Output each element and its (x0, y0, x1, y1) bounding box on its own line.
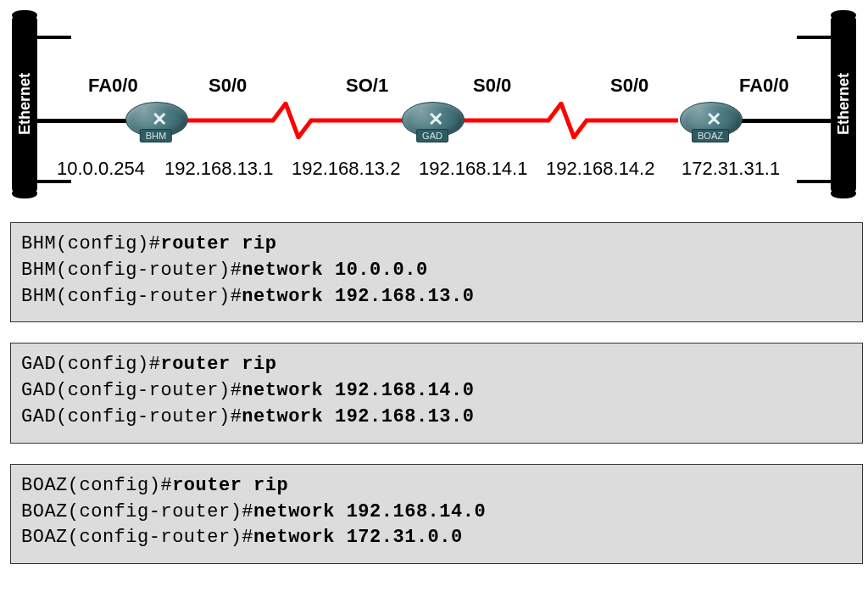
cli-command: network 10.0.0.0 (242, 260, 427, 281)
cli-command: router rip (160, 354, 276, 375)
ip-label: 192.168.13.1 (164, 158, 273, 180)
serial-link-gad-boaz (459, 102, 678, 139)
cli-command: network 192.168.14.0 (242, 380, 474, 401)
config-box-boaz: BOAZ(config)#router rip BOAZ(config-rout… (10, 464, 863, 564)
cli-line: BHM(config)#router rip (21, 232, 852, 258)
cli-line: GAD(config-router)#network 192.168.14.0 (21, 378, 852, 405)
cli-prompt: BHM(config-router)# (21, 286, 242, 307)
cli-prompt: GAD(config)# (21, 354, 160, 375)
stub-line (37, 36, 71, 39)
iface-label: SO/1 (346, 75, 388, 97)
cli-command: router rip (160, 233, 276, 254)
ethernet-label-left: Ethernet (16, 66, 34, 142)
ip-label: 192.168.14.2 (546, 158, 654, 180)
router-boaz: ✕ BOAZ (680, 102, 741, 141)
iface-label: S0/0 (473, 75, 511, 97)
ip-label: 10.0.0.254 (57, 158, 145, 180)
router-bhm: ✕ BHM (125, 102, 186, 141)
cli-line: BHM(config-router)#network 10.0.0.0 (21, 258, 852, 284)
cli-prompt: BOAZ(config-router)# (21, 501, 253, 522)
cli-line: GAD(config-router)#network 192.168.13.0 (21, 405, 852, 431)
cli-prompt: GAD(config-router)# (21, 380, 242, 401)
router-gad: ✕ GAD (402, 102, 463, 141)
config-box-gad: GAD(config)#router rip GAD(config-router… (10, 343, 863, 443)
config-box-bhm: BHM(config)#router rip BHM(config-router… (10, 222, 863, 322)
cli-prompt: GAD(config-router)# (21, 406, 242, 427)
iface-label: S0/0 (209, 75, 247, 97)
stub-line (797, 36, 831, 39)
ethernet-link-right (739, 119, 831, 123)
router-label: BHM (140, 129, 172, 142)
cli-prompt: BHM(config)# (21, 233, 160, 254)
cli-prompt: BHM(config-router)# (21, 260, 242, 281)
router-label: BOAZ (692, 129, 729, 142)
iface-label: FA0/0 (88, 75, 138, 97)
ip-label: 192.168.13.2 (292, 158, 400, 180)
cli-command: network 192.168.13.0 (242, 406, 474, 427)
cli-command: network 172.31.0.0 (253, 527, 463, 548)
cli-line: BOAZ(config-router)#network 192.168.14.0 (21, 500, 852, 526)
cli-command: router rip (172, 475, 288, 496)
stub-line (797, 180, 831, 183)
router-label: GAD (416, 129, 448, 142)
ip-label: 172.31.31.1 (682, 158, 780, 180)
serial-link-bhm-gad (184, 102, 403, 139)
cli-line: GAD(config)#router rip (21, 352, 852, 378)
iface-label: S0/0 (610, 75, 648, 97)
cli-prompt: BOAZ(config-router)# (21, 527, 253, 548)
iface-label: FA0/0 (739, 75, 789, 97)
cli-command: network 192.168.13.0 (242, 286, 474, 307)
network-topology: Ethernet Ethernet ✕ BHM ✕ GAD ✕ BOAZ FA0… (10, 10, 858, 205)
cli-line: BHM(config-router)#network 192.168.13.0 (21, 284, 852, 310)
stub-line (37, 180, 71, 183)
cli-line: BOAZ(config-router)#network 172.31.0.0 (21, 525, 852, 551)
cli-command: network 192.168.14.0 (253, 501, 486, 522)
ethernet-label-right: Ethernet (835, 66, 853, 142)
cli-prompt: BOAZ(config)# (21, 475, 172, 496)
ip-label: 192.168.14.1 (419, 158, 527, 180)
cli-line: BOAZ(config)#router rip (21, 473, 852, 500)
ethernet-link-left (37, 119, 129, 123)
